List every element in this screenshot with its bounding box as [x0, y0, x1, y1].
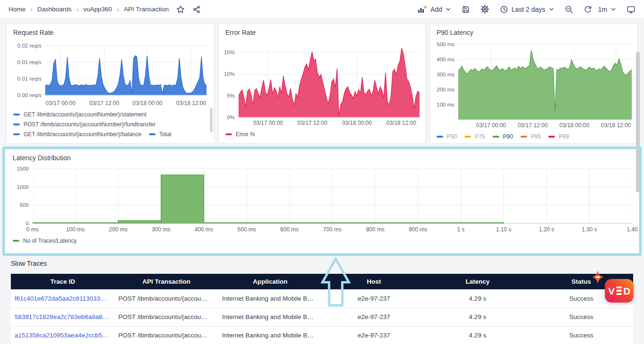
refresh-interval-label[interactable]: 1m	[598, 6, 607, 13]
share-icon[interactable]	[192, 5, 201, 14]
y-tick-label: 0.02 req/s	[17, 43, 41, 49]
chevron-down-icon[interactable]	[611, 7, 616, 12]
time-range-label: Last 2 days	[512, 6, 545, 13]
y-tick-label: 200 ms	[437, 87, 454, 92]
legend-dash-icon	[493, 136, 499, 138]
x-tick-label: 600 ms	[280, 226, 298, 233]
plot-area[interactable]	[45, 43, 206, 98]
x-tick-label: 1 s	[457, 226, 465, 233]
request-rate-chart[interactable]: 0.02 req/s0.01 req/s0.01 req/s0.00 req/s…	[12, 43, 208, 107]
latency-distribution-chart[interactable]: 1500100050000 ms100 ms200 ms300 ms400 ms…	[12, 165, 632, 233]
latency-distribution-legend: No of Traces/Latency	[12, 236, 632, 246]
y-tick-label: 0	[26, 221, 29, 226]
add-panel-button[interactable]: Add	[418, 5, 451, 14]
x-tick-label: 1.30 s	[582, 226, 597, 233]
x-tick-label: 200 ms	[109, 226, 127, 233]
legend-dash-icon	[548, 136, 555, 138]
legend-item[interactable]: P75	[464, 131, 485, 141]
chevron-down-icon	[446, 7, 451, 12]
legend-item[interactable]: P95	[520, 131, 541, 141]
x-axis: 03/17 00:0003/17 12:0003/18 00:0003/18 1…	[239, 118, 420, 127]
col-application[interactable]: Application	[218, 274, 322, 289]
page-scrollbar-thumb[interactable]	[636, 52, 640, 192]
application-cell: Internet Banking and Mobile B…	[218, 308, 322, 326]
kiosk-monitor-icon[interactable]	[627, 5, 636, 14]
y-tick-label: 0%	[227, 115, 235, 120]
legend-dash-icon	[520, 136, 527, 138]
legend-label: P50	[447, 133, 457, 140]
legend-item[interactable]: GET /ibmb/accounts/{accountNumber}/state…	[13, 109, 147, 119]
breadcrumb-vuapp360[interactable]: vuApp360	[83, 6, 112, 13]
add-label: Add	[430, 6, 442, 13]
x-tick-label: 1.40	[627, 226, 637, 233]
y-tick-label: 400 ms	[437, 57, 454, 62]
settings-gear-icon[interactable]	[480, 5, 489, 14]
col-api-transaction[interactable]: API Transaction	[115, 274, 218, 289]
legend-item[interactable]: Total	[149, 129, 171, 139]
panel-title-request-rate: Request Rate	[13, 29, 207, 36]
x-axis: 03/17 00:0003/17 12:0003/18 00:0003/18 1…	[45, 98, 206, 107]
ved-logo-letter-e	[616, 287, 622, 295]
p90-latency-legend: P50P75P90P95P99	[436, 131, 632, 141]
col-latency[interactable]: Latency	[426, 274, 529, 289]
error-rate-chart[interactable]: 15%10%5%0%03/17 00:0003/17 12:0003/18 00…	[224, 47, 420, 127]
x-tick-label: 500 ms	[238, 226, 256, 233]
table-row: a151358ca210953aea4e2ccb5…POST /ibmb/acc…	[11, 326, 633, 344]
legend-item[interactable]: P50	[437, 131, 457, 141]
legend-dash-icon	[13, 123, 20, 125]
refresh-interval-group: 1m	[584, 5, 616, 14]
breadcrumb-separator: ›	[30, 6, 33, 13]
ved-logo: V D	[605, 279, 634, 303]
x-tick-label: 03/18 00:00	[342, 120, 372, 126]
api_transaction-cell: POST /ibmb/accounts/{accou…	[115, 308, 218, 326]
legend-item[interactable]: POST /ibmb/accounts/{accountNumber}/fund…	[13, 119, 156, 129]
legend-item[interactable]: P90	[493, 131, 513, 141]
trace-id-link[interactable]: f61c401e672da5aa2c8113033…	[15, 295, 107, 302]
time-range-picker[interactable]: Last 2 days	[500, 5, 554, 14]
y-axis: 150010005000	[12, 165, 33, 225]
status-cell: Success	[529, 326, 633, 344]
status-cell: Success	[529, 308, 633, 326]
x-tick-label: 03/17 00:00	[253, 120, 283, 126]
x-tick-label: 400 ms	[195, 226, 213, 233]
plot-area[interactable]	[33, 165, 632, 225]
y-axis: 15%10%5%0%	[224, 47, 239, 118]
ved-sparkle-icon	[590, 270, 605, 285]
legend-dash-icon	[13, 240, 19, 242]
breadcrumb-api-transaction[interactable]: API Transaction	[124, 6, 169, 13]
legend-item[interactable]: GET /ibmb/accounts/{accountNumber}/balan…	[13, 129, 141, 139]
x-tick-label: 03/17 12:00	[518, 122, 547, 129]
x-tick-label: 03/17 00:00	[46, 100, 75, 106]
legend-label: Total	[159, 131, 171, 138]
breadcrumb-home[interactable]: Home	[8, 6, 25, 13]
clock-icon	[500, 5, 508, 14]
col-trace-id[interactable]: Trace ID	[11, 274, 115, 289]
legend-item[interactable]: P99	[548, 131, 569, 141]
breadcrumb-separator: ›	[117, 6, 119, 13]
latency-distribution-highlight: Latency Distribution 1500100050000 ms100…	[2, 147, 642, 256]
breadcrumb-dashboards[interactable]: Dashboards	[37, 6, 72, 13]
ved-logo-letter-d: D	[623, 286, 630, 296]
trace-id-link[interactable]: a151358ca210953aea4e2ccb5…	[15, 332, 108, 339]
x-tick-label: 800 ms	[366, 226, 384, 233]
plot-area[interactable]	[458, 42, 632, 121]
favorite-star-icon[interactable]	[176, 5, 185, 14]
plot-area[interactable]	[239, 47, 420, 118]
refresh-icon[interactable]	[584, 5, 592, 14]
p90-latency-chart[interactable]: 500 ms400 ms300 ms200 ms100 ms03/17 00:0…	[436, 42, 632, 129]
legend-label: P95	[531, 133, 541, 140]
latency-cell: 4.29 s	[426, 308, 529, 326]
top-navbar: Home › Dashboards › vuApp360 › API Trans…	[0, 0, 644, 19]
legend-scrollbar[interactable]	[210, 108, 213, 132]
save-dashboard-button[interactable]	[462, 5, 470, 14]
x-tick-label: 03/17 12:00	[89, 100, 119, 106]
y-tick-label: 1500	[17, 166, 29, 172]
legend-item[interactable]: Error %	[225, 129, 255, 139]
breadcrumb: Home › Dashboards › vuApp360 › API Trans…	[8, 6, 169, 13]
y-tick-label: 500 ms	[437, 41, 454, 47]
zoom-out-icon[interactable]	[565, 5, 573, 14]
legend-item[interactable]: No of Traces/Latency	[13, 236, 76, 246]
p90-latency-panel: P90 Latency 500 ms400 ms300 ms200 ms100 …	[429, 24, 638, 144]
trace-id-link[interactable]: 583917c1828ea2c783eb6a8a8…	[15, 313, 109, 320]
x-tick-label: 03/18 12:00	[387, 120, 416, 126]
